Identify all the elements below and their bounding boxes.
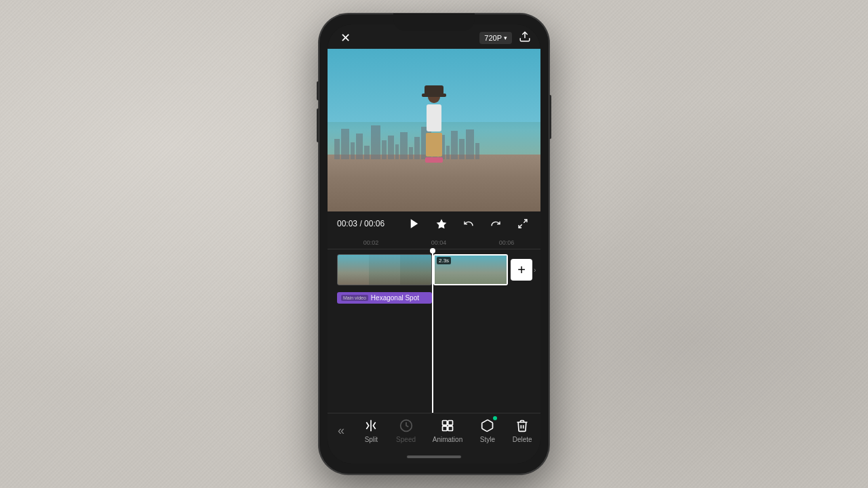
clip-duration-badge: 2.3s (437, 257, 451, 264)
effect-track: Main video Hexagonal Spot (328, 289, 540, 306)
animation-label: Animation (433, 436, 462, 443)
side-button-silent (317, 81, 319, 100)
play-button[interactable] (406, 216, 422, 232)
animation-icon (439, 418, 456, 434)
ruler-marks: 00:02 00:04 00:06 (328, 239, 540, 246)
video-track: 2.3s + › (328, 252, 540, 287)
close-button[interactable]: ✕ (337, 30, 353, 46)
side-button-power (549, 95, 551, 139)
split-icon (363, 418, 379, 434)
person-feet (425, 157, 443, 163)
top-right-controls: 720P (479, 30, 531, 45)
toolbar-speed: Speed (396, 418, 416, 443)
side-button-volume (317, 108, 319, 142)
playback-bar: 00:03 / 00:06 (328, 211, 540, 236)
speed-label: Speed (396, 436, 416, 443)
person-pants (426, 133, 442, 157)
add-clip-button[interactable]: + (511, 259, 532, 281)
video-preview (328, 49, 540, 211)
phone-frame: ✕ 720P (319, 14, 549, 474)
resolution-selector[interactable]: 720P (479, 32, 512, 44)
bottom-toolbar: « Split (328, 413, 540, 450)
playback-controls (406, 216, 531, 232)
timeline-area: 00:02 00:04 00:06 (328, 236, 540, 413)
svg-line-3 (519, 224, 522, 228)
speed-icon (398, 418, 414, 434)
export-button[interactable] (519, 30, 531, 45)
timeline-content: 2.3s + › Main video Hexagonal Spot (328, 249, 540, 413)
person-head (428, 91, 440, 103)
clip-thumb-1 (338, 255, 369, 285)
effect-badge[interactable]: Main video Hexagonal Spot (337, 292, 432, 304)
svg-rect-7 (448, 421, 453, 426)
redo-button[interactable] (488, 216, 504, 232)
clip-thumb-2 (369, 255, 400, 285)
clip-thumb-3 (400, 255, 431, 285)
phone-notch (393, 14, 475, 31)
keyframe-button[interactable] (433, 216, 450, 232)
time-display: 00:03 / 00:06 (337, 219, 384, 228)
fullscreen-button[interactable] (515, 216, 531, 232)
back-button[interactable]: « (328, 424, 355, 438)
clip-thumb-5 (471, 256, 507, 284)
home-indicator (328, 450, 540, 464)
svg-rect-6 (442, 421, 447, 426)
ruler-mark-2: 00:04 (405, 239, 473, 246)
timeline-ruler: 00:02 00:04 00:06 (328, 236, 540, 249)
svg-rect-8 (442, 426, 447, 431)
svg-rect-9 (448, 426, 453, 431)
toolbar-style[interactable]: Style (479, 418, 496, 443)
toolbar-delete[interactable]: Delete (513, 418, 532, 443)
more-indicator: › (534, 266, 536, 274)
rooftop-bg (328, 155, 540, 211)
style-icon (479, 418, 496, 434)
current-time: 00:03 (337, 219, 357, 228)
split-label: Split (365, 436, 378, 443)
home-bar (407, 455, 461, 458)
toolbar-split[interactable]: Split (363, 418, 379, 443)
svg-marker-1 (411, 219, 418, 228)
delete-label: Delete (513, 436, 532, 443)
toolbar-items: Split Speed (355, 418, 540, 443)
effect-name: Hexagonal Spot (371, 294, 419, 302)
svg-line-2 (524, 220, 527, 223)
style-label: Style (480, 436, 495, 443)
clip-right[interactable]: 2.3s (433, 254, 508, 285)
undo-button[interactable] (460, 216, 477, 232)
toolbar-animation[interactable]: Animation (433, 418, 462, 443)
delete-icon (514, 418, 530, 434)
style-badge-dot (493, 416, 497, 420)
person-body (427, 104, 441, 131)
clip-left[interactable] (337, 254, 432, 285)
ruler-mark-3: 00:06 (473, 239, 540, 246)
phone-screen: ✕ 720P (328, 24, 540, 464)
person-figure (425, 91, 443, 163)
person-hat (425, 85, 443, 95)
main-video-label: Main video (341, 295, 368, 301)
playhead[interactable] (432, 249, 433, 413)
total-time: 00:06 (364, 219, 384, 228)
ruler-mark-1: 00:02 (337, 239, 405, 246)
